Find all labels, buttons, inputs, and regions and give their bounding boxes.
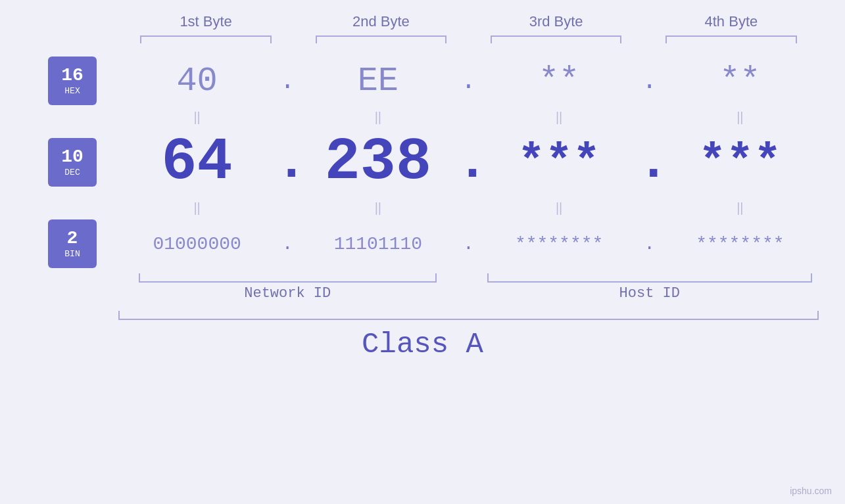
dec-dot1: . — [276, 133, 299, 193]
bin-badge: 2 BIN — [48, 219, 97, 268]
eq1-b3: || — [481, 110, 638, 125]
hex-badge-num: 16 — [61, 66, 84, 85]
dec-b1: 64 — [162, 129, 233, 196]
eq2-b4: || — [662, 200, 819, 216]
hex-b3: ** — [539, 62, 579, 101]
dec-badge-label: DEC — [64, 168, 80, 177]
byte1-header: 1st Byte — [118, 13, 293, 35]
byte3-bracket-top — [491, 35, 622, 43]
byte4-header: 4th Byte — [644, 13, 819, 35]
class-label: Class A — [26, 328, 819, 361]
dec-b4: *** — [698, 137, 781, 189]
eq1-b4: || — [662, 110, 819, 125]
eq1-b1: || — [118, 110, 276, 125]
eq2-b3: || — [481, 200, 638, 216]
dec-badge: 10 DEC — [48, 138, 97, 187]
dec-dot3: . — [638, 133, 662, 193]
bin-dot1: . — [276, 234, 299, 254]
hex-badge: 16 HEX — [48, 57, 97, 105]
host-id-label: Host ID — [481, 285, 819, 302]
byte2-bracket-top — [316, 35, 447, 43]
bin-b2: 11101110 — [334, 234, 422, 254]
class-bracket — [118, 311, 819, 320]
byte4-bracket-top — [665, 35, 797, 43]
eq2-b2: || — [299, 200, 456, 216]
dec-dot2: . — [457, 133, 481, 193]
network-id-bracket — [139, 273, 437, 283]
eq1-b2: || — [299, 110, 456, 125]
dec-b3: *** — [518, 137, 600, 189]
byte1-bracket-top — [140, 35, 272, 43]
bin-b1: 01000000 — [153, 234, 241, 254]
bin-b4: ******** — [696, 234, 784, 254]
eq2-b1: || — [118, 200, 276, 216]
dec-badge-num: 10 — [61, 148, 84, 166]
bin-dot3: . — [638, 234, 662, 254]
hex-b4: ** — [719, 62, 760, 101]
hex-badge-label: HEX — [64, 86, 80, 96]
hex-b2: EE — [358, 62, 398, 101]
watermark: ipshu.com — [790, 486, 832, 496]
hex-dot3: . — [638, 67, 662, 95]
bin-badge-num: 2 — [67, 229, 78, 248]
hex-b1: 40 — [176, 62, 217, 101]
hex-dot1: . — [276, 67, 299, 95]
byte2-header: 2nd Byte — [293, 13, 468, 35]
network-id-label: Network ID — [118, 285, 457, 302]
dec-b2: 238 — [325, 129, 431, 196]
bin-b3: ******** — [515, 234, 603, 254]
hex-dot2: . — [457, 67, 481, 95]
bin-badge-label: BIN — [64, 249, 80, 259]
byte3-header: 3rd Byte — [469, 13, 644, 35]
bin-dot2: . — [457, 234, 481, 254]
host-id-bracket — [487, 273, 812, 283]
